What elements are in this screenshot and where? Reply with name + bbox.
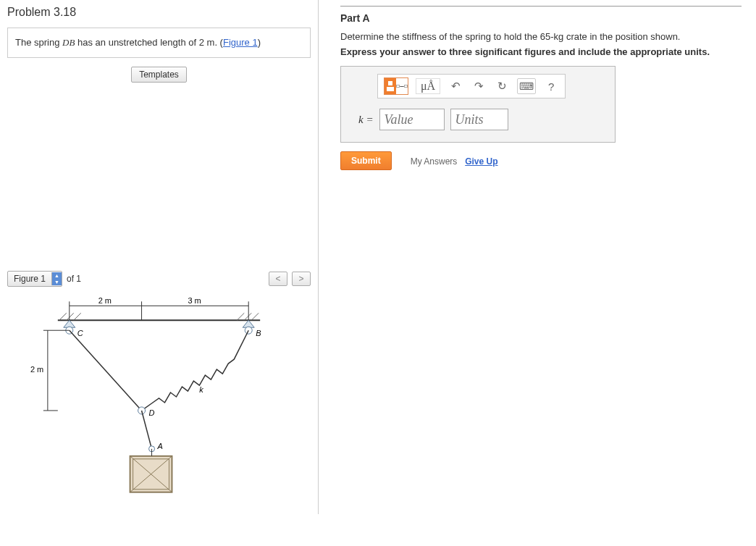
- problem-title: Problem 3.18: [7, 6, 311, 19]
- part-question: Determine the stiffness of the spring to…: [340, 31, 742, 42]
- svg-line-19: [70, 330, 142, 411]
- stmt-mid: has an unstretched length of 2: [75, 37, 206, 48]
- stmt-pre: The spring: [15, 37, 62, 48]
- figure-selector[interactable]: Figure 1 ▲ ▼: [7, 271, 62, 287]
- exponent-icon: [385, 78, 396, 94]
- label-B: B: [256, 329, 261, 337]
- answer-toolbar: μÅ ↶ ↷ ↻ ⌨ ?: [377, 74, 566, 98]
- stmt-close: ): [258, 37, 261, 48]
- fraction-icon: [396, 78, 408, 94]
- figure-selector-label: Figure 1: [8, 272, 51, 286]
- label-A: A: [157, 442, 163, 450]
- dim-3: 2 m: [30, 365, 43, 374]
- figure-stepper[interactable]: ▲ ▼: [51, 272, 62, 285]
- figure-count: of 1: [67, 274, 81, 284]
- part-instruction: Express your answer to three significant…: [340, 46, 742, 57]
- figure-diagram: C B 2 m 3 m 2 m k D A: [7, 291, 311, 508]
- submit-button[interactable]: Submit: [340, 151, 392, 170]
- svg-line-2: [67, 313, 74, 320]
- answer-panel: μÅ ↶ ↷ ↻ ⌨ ? k =: [340, 66, 616, 143]
- redo-icon[interactable]: ↷: [471, 78, 487, 94]
- my-answers-label: My Answers: [411, 156, 458, 167]
- answer-variable: k =: [358, 114, 374, 126]
- svg-line-4: [237, 313, 244, 320]
- svg-line-1: [59, 313, 67, 320]
- stmt-unit: m: [207, 37, 215, 48]
- figure-prev-button[interactable]: <: [269, 272, 287, 286]
- label-k: k: [199, 385, 203, 394]
- svg-line-6: [251, 313, 259, 320]
- svg-line-3: [74, 313, 81, 320]
- format-button[interactable]: [384, 77, 408, 95]
- label-C: C: [77, 329, 83, 337]
- give-up-link[interactable]: Give Up: [465, 156, 497, 167]
- stmt-post: . (: [214, 37, 223, 48]
- dim-1: 2 m: [98, 296, 112, 305]
- label-D: D: [149, 408, 155, 417]
- help-button[interactable]: ?: [543, 78, 559, 94]
- keyboard-icon[interactable]: ⌨: [517, 78, 536, 94]
- units-input[interactable]: [450, 109, 508, 130]
- problem-statement: The spring DB has an unstretched length …: [7, 28, 311, 58]
- units-symbol-button[interactable]: μÅ: [416, 78, 440, 94]
- templates-button[interactable]: Templates: [131, 67, 187, 83]
- chevron-down-icon[interactable]: ▼: [52, 279, 62, 285]
- figure-link[interactable]: Figure 1: [223, 37, 258, 48]
- dim-2: 3 m: [188, 296, 201, 305]
- part-heading: Part A: [340, 12, 742, 24]
- svg-line-5: [244, 313, 251, 320]
- value-input[interactable]: [379, 109, 445, 130]
- undo-icon[interactable]: ↶: [448, 78, 463, 94]
- stmt-var: DB: [62, 37, 75, 48]
- reset-icon[interactable]: ↻: [494, 78, 510, 94]
- chevron-up-icon[interactable]: ▲: [52, 272, 62, 279]
- figure-next-button[interactable]: >: [292, 272, 311, 286]
